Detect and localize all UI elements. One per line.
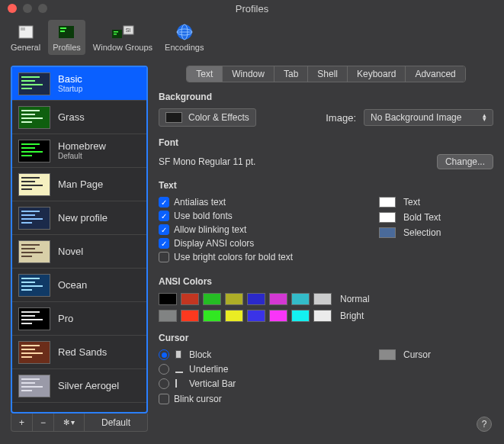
tab-shell[interactable]: Shell	[308, 66, 348, 82]
blink-cursor-checkbox[interactable]: Blink cursor	[159, 394, 361, 404]
ansi-bright-7[interactable]	[313, 310, 332, 322]
encodings-icon	[173, 23, 196, 41]
toolbar-profiles[interactable]: Profiles	[48, 20, 85, 55]
ansi-bright-6[interactable]	[291, 310, 310, 322]
profile-thumb	[18, 375, 50, 397]
checkbox-allow-blinking-text[interactable]: ✓Allow blinking text	[159, 224, 361, 235]
ansi-normal-1[interactable]	[181, 293, 199, 305]
remove-profile-button[interactable]: −	[33, 413, 54, 431]
svg-rect-7	[114, 34, 117, 35]
cursor-shape-icon	[175, 350, 183, 359]
checkbox-icon: ✓	[159, 197, 169, 208]
cursor-heading: Cursor	[159, 333, 493, 343]
profile-thumb	[18, 307, 50, 330]
tab-window[interactable]: Window	[223, 66, 274, 82]
ansi-normal-5[interactable]	[269, 293, 287, 305]
checkbox-display-ansi-colors[interactable]: ✓Display ANSI colors	[159, 238, 361, 249]
checkbox-label: Blink cursor	[174, 394, 222, 404]
tab-tab[interactable]: Tab	[274, 66, 308, 82]
cursor-block-radio[interactable]: Block	[159, 349, 361, 360]
checkbox-use-bright-colors-for-bold-text[interactable]: Use bright colors for bold text	[159, 252, 361, 262]
ansi-bright-0[interactable]	[159, 310, 177, 322]
checkbox-label: Antialias text	[174, 197, 226, 208]
ansi-normal-4[interactable]	[247, 293, 265, 305]
profile-item-grass[interactable]: Grass	[12, 101, 146, 134]
radio-label: Underline	[189, 364, 228, 375]
profile-name: Ocean	[58, 279, 87, 291]
text-heading: Text	[159, 180, 493, 191]
toolbar-general[interactable]: General	[6, 20, 45, 55]
image-label: Image:	[326, 112, 356, 124]
checkbox-use-bold-fonts[interactable]: ✓Use bold fonts	[159, 211, 361, 221]
profile-item-silver-aerogel[interactable]: Silver Aerogel	[12, 369, 146, 403]
help-button[interactable]: ?	[477, 417, 492, 432]
profile-name: Pro	[58, 313, 73, 325]
checkbox-label: Use bold fonts	[174, 211, 233, 221]
font-heading: Font	[159, 137, 493, 148]
ansi-bright-3[interactable]	[225, 310, 243, 322]
ansi-normal-2[interactable]	[203, 293, 221, 305]
profile-name: New profile	[58, 212, 108, 224]
set-default-button[interactable]: Default	[85, 413, 147, 431]
tab-advanced[interactable]: Advanced	[406, 66, 464, 82]
profile-item-new-profile[interactable]: New profile	[12, 201, 146, 235]
profile-thumb	[18, 173, 50, 196]
color-label: Selection	[403, 227, 441, 238]
tab-keyboard[interactable]: Keyboard	[348, 66, 406, 82]
profile-thumb	[18, 207, 50, 230]
profile-thumb	[18, 72, 50, 95]
cursor-vertical-bar-radio[interactable]: Vertical Bar	[159, 378, 361, 389]
ansi-bright-label: Bright	[340, 310, 364, 321]
checkbox-antialias-text[interactable]: ✓Antialias text	[159, 197, 361, 208]
profile-item-pro[interactable]: Pro	[12, 302, 146, 336]
cursor-shape-icon	[175, 365, 183, 374]
toolbar-encodings[interactable]: Encodings	[160, 20, 208, 55]
ansi-bright-2[interactable]	[203, 310, 221, 322]
ansi-normal-7[interactable]	[313, 293, 332, 305]
profile-item-basic[interactable]: BasicStartup	[12, 67, 146, 101]
profile-item-ocean[interactable]: Ocean	[12, 269, 146, 302]
color-effects-well[interactable]: Color & Effects	[159, 108, 256, 127]
profile-actions-menu[interactable]: ✻ ▾	[54, 413, 85, 431]
profile-name: Novel	[58, 246, 83, 258]
svg-rect-6	[114, 31, 118, 33]
ansi-normal-0[interactable]	[159, 293, 177, 305]
profiles-icon	[55, 23, 78, 41]
ansi-bright-4[interactable]	[247, 310, 265, 322]
change-font-button[interactable]: Change...	[437, 154, 493, 169]
checkbox-label: Display ANSI colors	[174, 238, 254, 249]
checkbox-label: Allow blinking text	[174, 224, 246, 235]
profile-item-red-sands[interactable]: Red Sands	[12, 336, 146, 369]
profile-thumb	[18, 140, 50, 162]
profile-item-homebrew[interactable]: HomebrewDefault	[12, 134, 146, 168]
ansi-bright-5[interactable]	[269, 310, 287, 322]
ansi-normal-3[interactable]	[225, 293, 243, 305]
ansi-normal-6[interactable]	[291, 293, 310, 305]
background-color-swatch	[165, 112, 182, 123]
color-well-text[interactable]	[379, 197, 396, 208]
add-profile-button[interactable]: +	[11, 413, 33, 431]
profile-list: BasicStartupGrassHomebrewDefaultMan Page…	[11, 66, 148, 413]
cursor-underline-radio[interactable]: Underline	[159, 364, 361, 375]
general-icon	[14, 23, 37, 41]
tab-text[interactable]: Text	[187, 66, 223, 82]
color-well-bold-text[interactable]	[379, 212, 396, 223]
toolbar-window-groups[interactable]: SIWindow Groups	[88, 20, 157, 55]
cursor-color-well[interactable]	[379, 349, 396, 360]
profile-name: Silver Aerogel	[58, 380, 119, 392]
profile-subtitle: Default	[58, 152, 106, 161]
ansi-bright-1[interactable]	[181, 310, 199, 322]
profile-thumb	[18, 240, 50, 263]
window-groups-icon: SI	[111, 23, 134, 41]
profile-item-man-page[interactable]: Man Page	[12, 168, 146, 201]
font-description: SF Mono Regular 11 pt.	[159, 156, 255, 167]
profile-item-novel[interactable]: Novel	[12, 235, 146, 269]
checkbox-icon: ✓	[159, 211, 169, 221]
profile-name: Red Sands	[58, 346, 107, 359]
profile-name: Homebrew	[58, 140, 106, 153]
color-label: Text	[403, 197, 420, 208]
profile-thumb	[18, 341, 50, 364]
profile-subtitle: Startup	[58, 85, 82, 94]
background-image-select[interactable]: No Background Image ▴▾	[364, 109, 493, 126]
color-well-selection[interactable]	[379, 227, 396, 238]
